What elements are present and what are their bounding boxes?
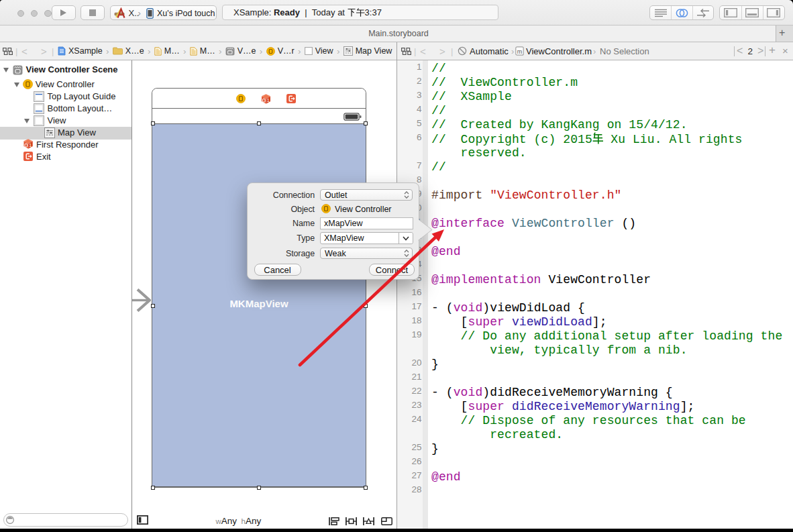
svg-text:1: 1 [29, 144, 32, 148]
svg-text:m: m [517, 48, 523, 55]
svg-text:1: 1 [267, 98, 270, 103]
